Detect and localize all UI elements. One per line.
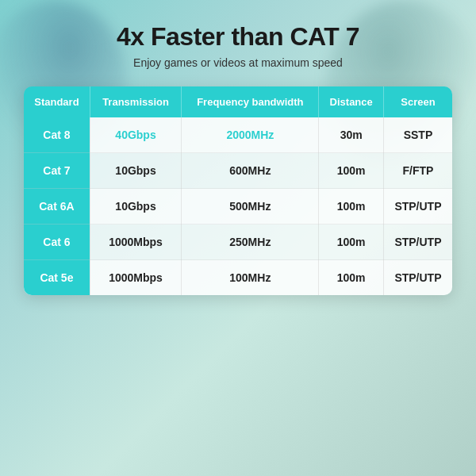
table-row: Cat 840Gbps2000MHz30mSSTP [24,117,452,153]
cell-screen: SSTP [383,117,452,153]
table-header-row: Standard Transmission Frequency bandwidt… [24,86,452,117]
cell-frequency: 600MHz [182,153,319,189]
content-area: 4x Faster than CAT 7 Enjoy games or vide… [0,0,476,476]
cell-transmission: 1000Mbps [90,260,181,296]
table-row: Cat 61000Mbps250MHz100mSTP/UTP [24,225,452,260]
comparison-table-wrapper: Standard Transmission Frequency bandwidt… [24,86,452,295]
col-header-frequency: Frequency bandwidth [182,86,319,117]
table-row: Cat 6A10Gbps500MHz100mSTP/UTP [24,189,452,225]
cell-transmission: 10Gbps [90,189,181,225]
cell-transmission: 10Gbps [90,153,181,189]
col-header-transmission: Transmission [90,86,181,117]
cell-screen: STP/UTP [383,225,452,260]
cell-standard: Cat 6 [24,225,90,260]
cell-distance: 100m [319,260,383,296]
cell-screen: F/FTP [383,153,452,189]
cell-standard: Cat 8 [24,117,90,153]
col-header-screen: Screen [383,86,452,117]
comparison-table: Standard Transmission Frequency bandwidt… [24,86,452,295]
cell-distance: 100m [319,153,383,189]
table-row: Cat 710Gbps600MHz100mF/FTP [24,153,452,189]
cell-screen: STP/UTP [383,189,452,225]
cell-distance: 100m [319,225,383,260]
cell-distance: 30m [319,117,383,153]
cell-transmission: 40Gbps [90,117,181,153]
cell-frequency: 250MHz [182,225,319,260]
cell-frequency: 2000MHz [182,117,319,153]
cell-screen: STP/UTP [383,260,452,296]
subtitle: Enjoy games or videos at maximum speed [133,56,343,69]
cell-frequency: 500MHz [182,189,319,225]
cell-standard: Cat 6A [24,189,90,225]
cell-frequency: 100MHz [182,260,319,296]
cell-standard: Cat 5e [24,260,90,296]
cell-standard: Cat 7 [24,153,90,189]
col-header-standard: Standard [24,86,90,117]
col-header-distance: Distance [319,86,383,117]
main-title: 4x Faster than CAT 7 [117,22,359,52]
cell-distance: 100m [319,189,383,225]
table-row: Cat 5e1000Mbps100MHz100mSTP/UTP [24,260,452,296]
cell-transmission: 1000Mbps [90,225,181,260]
